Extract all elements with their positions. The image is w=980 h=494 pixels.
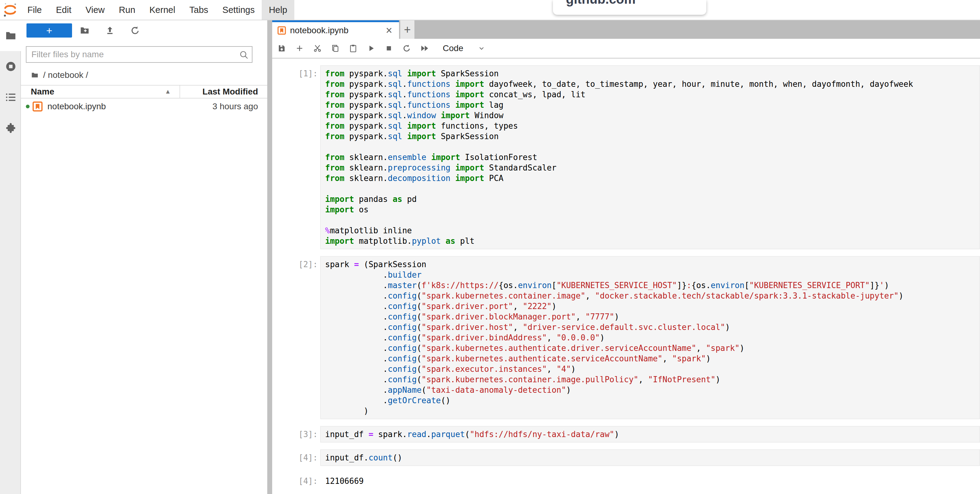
- jupyter-logo-icon: [2, 2, 18, 18]
- menu-item-edit[interactable]: Edit: [49, 0, 78, 20]
- notebook-file-icon: [277, 26, 286, 35]
- main-area: + / notebook / Name ▲ Last Modified note…: [0, 20, 980, 494]
- cut-cells-button[interactable]: [309, 39, 326, 57]
- upload-button[interactable]: [97, 24, 123, 38]
- code-cell-3: [3]:input_df = spark.read.parquet("hdfs:…: [272, 426, 980, 443]
- menu-items: FileEditViewRunKernelTabsSettingsHelp: [20, 0, 294, 20]
- cell-editor[interactable]: from pyspark.sql import SparkSessionfrom…: [320, 65, 980, 249]
- file-browser-scrollbar[interactable]: [267, 20, 272, 494]
- jupyter-logo-icon: [0, 0, 20, 20]
- code-cell-4: [4]:input_df.count(): [272, 450, 980, 466]
- stop-circle-icon: [5, 60, 17, 73]
- restart-run-all-button[interactable]: [416, 39, 433, 57]
- restart-kernel-button[interactable]: [398, 39, 416, 57]
- new-folder-button[interactable]: [72, 24, 97, 38]
- new-tab-button[interactable]: +: [400, 20, 414, 39]
- breadcrumb-path: / notebook /: [43, 70, 88, 80]
- add-cell-button[interactable]: [291, 39, 309, 57]
- cell-type-value: Code: [443, 43, 463, 53]
- sort-ascending-icon: ▲: [165, 88, 171, 95]
- notebook-file-icon: [32, 101, 43, 112]
- search-icon: [239, 50, 249, 60]
- cell-prompt: [4]:: [272, 473, 320, 489]
- paste-cells-button[interactable]: [344, 39, 362, 57]
- cell-prompt: [4]:: [272, 450, 320, 466]
- save-button[interactable]: [273, 39, 291, 57]
- paste-icon: [348, 44, 358, 53]
- tab-notebook.ipynb[interactable]: notebook.ipynb×: [272, 20, 399, 39]
- upload-icon: [105, 25, 115, 36]
- code-cell-1: [1]:from pyspark.sql import SparkSession…: [272, 65, 980, 249]
- cell-type-dropdown[interactable]: Code: [443, 43, 485, 53]
- folder-icon: [5, 30, 17, 42]
- menu-item-settings[interactable]: Settings: [215, 0, 262, 20]
- notebook-toolbar-buttons: [273, 39, 433, 57]
- filter-box: [26, 46, 253, 63]
- file-browser-panel: + / notebook / Name ▲ Last Modified note…: [21, 20, 267, 494]
- save-icon: [277, 44, 286, 53]
- puzzle-icon: [5, 122, 17, 134]
- refresh-button[interactable]: [123, 24, 148, 38]
- new-folder-icon: [80, 25, 90, 36]
- notebook-scroll-area[interactable]: [1]:from pyspark.sql import SparkSession…: [272, 59, 980, 494]
- output-cell-5: [4]:12106669: [272, 473, 980, 489]
- home-folder-icon: [31, 71, 39, 79]
- menu-item-view[interactable]: View: [78, 0, 112, 20]
- file-browser-toolbar-buttons: [72, 24, 148, 38]
- menu-item-file[interactable]: File: [20, 0, 49, 20]
- tab-label: notebook.ipynb: [290, 25, 384, 35]
- file-list-header: Name ▲ Last Modified: [21, 85, 267, 98]
- close-tab-icon[interactable]: ×: [384, 25, 394, 36]
- file-last-modified: 3 hours ago: [180, 102, 267, 111]
- menu-item-help[interactable]: Help: [262, 0, 294, 20]
- tab-bar: notebook.ipynb×+: [272, 20, 980, 39]
- sidebar-tab-table-of-contents[interactable]: [0, 82, 22, 113]
- run-cell-button[interactable]: [362, 39, 380, 57]
- run-icon: [366, 44, 375, 53]
- menu-item-kernel[interactable]: Kernel: [142, 0, 182, 20]
- file-list: notebook.ipynb3 hours ago: [21, 99, 267, 114]
- copy-cells-button[interactable]: [326, 39, 344, 57]
- popup-text: github.com: [566, 0, 635, 7]
- file-browser-toolbar: +: [21, 24, 267, 38]
- dock-panel: notebook.ipynb×+ Code [1]:from pyspark.s…: [272, 20, 980, 494]
- column-header-name[interactable]: Name ▲: [21, 87, 180, 97]
- cell-prompt: [3]:: [272, 426, 320, 443]
- sidebar-tab-file-browser[interactable]: [0, 20, 22, 51]
- activity-bar: [0, 20, 21, 494]
- notebook-toolbar: Code: [272, 39, 980, 59]
- add-icon: [295, 44, 304, 53]
- copy-icon: [331, 44, 340, 53]
- new-launcher-button[interactable]: +: [27, 24, 72, 38]
- cell-output-area: 12106669: [320, 473, 980, 489]
- column-header-last-modified[interactable]: Last Modified: [180, 86, 267, 98]
- toc-list-icon: [5, 91, 17, 103]
- cutoff-popup: github.com: [553, 0, 706, 15]
- cell-editor[interactable]: input_df = spark.read.parquet("hdfs://hd…: [320, 426, 980, 443]
- interrupt-kernel-button[interactable]: [380, 39, 398, 57]
- menu-bar: FileEditViewRunKernelTabsSettingsHelp: [0, 0, 980, 20]
- code-cell-2: [2]:spark = (SparkSession .builder .mast…: [272, 256, 980, 419]
- restart-icon: [402, 44, 411, 53]
- cell-editor[interactable]: spark = (SparkSession .builder .master(f…: [320, 256, 980, 419]
- kernel-running-dot: [26, 105, 30, 108]
- run-all-icon: [420, 44, 429, 53]
- sidebar-tab-running-kernels[interactable]: [0, 51, 22, 82]
- file-row[interactable]: notebook.ipynb3 hours ago: [21, 99, 267, 114]
- file-name: notebook.ipynb: [48, 102, 180, 111]
- cell-prompt: [2]:: [272, 256, 320, 419]
- refresh-icon: [130, 25, 140, 36]
- cut-icon: [313, 44, 322, 53]
- breadcrumb[interactable]: / notebook /: [31, 69, 88, 81]
- sidebar-tab-extension-manager[interactable]: [0, 113, 22, 143]
- chevron-down-icon: [477, 44, 485, 52]
- stop-icon: [384, 44, 393, 53]
- cell-prompt: [1]:: [272, 65, 320, 249]
- menu-item-tabs[interactable]: Tabs: [182, 0, 215, 20]
- cell-editor[interactable]: input_df.count(): [320, 450, 980, 466]
- menu-item-run[interactable]: Run: [112, 0, 142, 20]
- filter-files-input[interactable]: [26, 46, 253, 63]
